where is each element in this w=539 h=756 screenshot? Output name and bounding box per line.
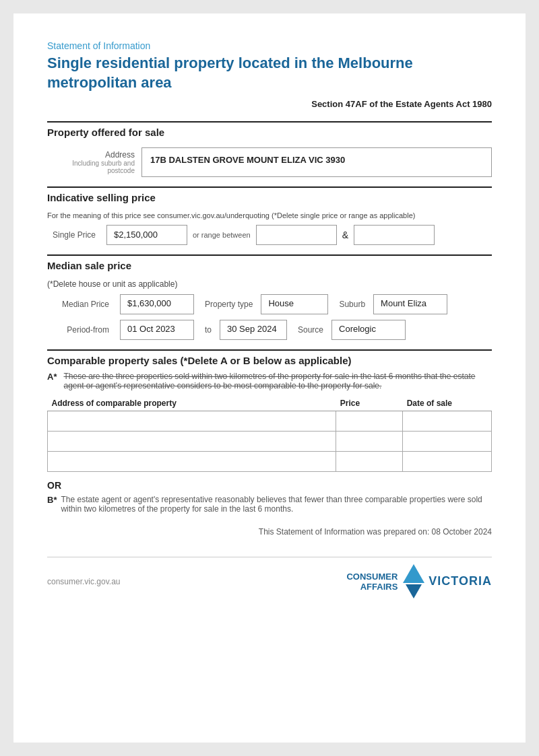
page: Statement of Information Single resident… bbox=[13, 13, 526, 743]
property-type-value: House bbox=[261, 294, 328, 314]
logo-triangles bbox=[403, 564, 424, 598]
logo-consumer: CONSUMER bbox=[346, 572, 398, 582]
source-label: Source bbox=[298, 325, 323, 335]
comp-a-label: A* bbox=[47, 372, 57, 382]
comp-date-3 bbox=[403, 452, 492, 472]
period-from-value: 01 Oct 2023 bbox=[120, 320, 194, 340]
main-title: Single residential property located in t… bbox=[47, 54, 492, 92]
suburb-value: Mount Eliza bbox=[373, 294, 447, 314]
median-row-1: Median Price $1,630,000 Property type Ho… bbox=[47, 294, 492, 314]
col-header-price: Price bbox=[336, 396, 403, 411]
table-row bbox=[48, 432, 492, 452]
table-row bbox=[48, 411, 492, 432]
range-value-1 bbox=[256, 225, 337, 245]
comp-price-1 bbox=[336, 411, 403, 432]
triangle-up-icon bbox=[403, 564, 424, 583]
range-value-2 bbox=[354, 225, 435, 245]
property-section-heading: Property offered for sale bbox=[47, 121, 492, 138]
logo-affairs: AFFAIRS bbox=[360, 582, 398, 592]
comp-address-1 bbox=[48, 411, 336, 432]
median-row-2: Period-from 01 Oct 2023 to 30 Sep 2024 S… bbox=[47, 320, 492, 340]
comp-b-label: B* bbox=[47, 495, 57, 505]
col-header-date: Date of sale bbox=[403, 396, 492, 411]
or-label: OR bbox=[47, 480, 492, 491]
median-price-heading: Median sale price bbox=[47, 254, 492, 271]
period-from-label: Period-from bbox=[47, 325, 115, 335]
address-label: Address Including suburb and postcode bbox=[47, 150, 141, 174]
address-row: Address Including suburb and postcode 17… bbox=[47, 147, 492, 177]
single-price-value: $2,150,000 bbox=[106, 225, 187, 245]
col-header-address: Address of comparable property bbox=[48, 396, 336, 411]
logo-left-text: CONSUMER AFFAIRS bbox=[346, 572, 398, 592]
prepared-line: This Statement of Information was prepar… bbox=[47, 527, 492, 537]
period-to-value: 30 Sep 2024 bbox=[220, 320, 287, 340]
footer-url: consumer.vic.gov.au bbox=[47, 577, 121, 586]
single-price-label: Single Price bbox=[47, 230, 101, 240]
to-label: to bbox=[205, 325, 212, 335]
comp-address-2 bbox=[48, 432, 336, 452]
footer: consumer.vic.gov.au CONSUMER AFFAIRS VIC… bbox=[47, 557, 492, 598]
comp-address-3 bbox=[48, 452, 336, 472]
comp-a-text: These are the three properties sold with… bbox=[63, 372, 492, 390]
property-type-label: Property type bbox=[205, 300, 253, 309]
median-price-note: (*Delete house or unit as applicable) bbox=[47, 279, 492, 289]
comp-b-row: B* The estate agent or agent's represent… bbox=[47, 495, 492, 514]
comp-date-2 bbox=[403, 432, 492, 452]
median-price-value: $1,630,000 bbox=[120, 294, 194, 314]
comparable-table: Address of comparable property Price Dat… bbox=[47, 396, 492, 472]
comparable-heading: Comparable property sales (*Delete A or … bbox=[47, 349, 492, 366]
triangle-down-icon bbox=[406, 584, 422, 598]
section-ref: Section 47AF of the Estate Agents Act 19… bbox=[47, 99, 492, 109]
address-value: 17B DALSTEN GROVE MOUNT ELIZA VIC 3930 bbox=[141, 147, 492, 177]
median-price-label: Median Price bbox=[47, 300, 115, 309]
indicative-price-heading: Indicative selling price bbox=[47, 186, 492, 203]
logo-victoria: VICTORIA bbox=[429, 574, 492, 588]
table-row bbox=[48, 452, 492, 472]
or-range-label: or range between bbox=[193, 231, 251, 240]
suburb-label: Suburb bbox=[339, 300, 365, 309]
price-row: Single Price $2,150,000 or range between… bbox=[47, 225, 492, 245]
indicative-price-note: For the meaning of this price see consum… bbox=[47, 211, 492, 219]
comp-b-text: The estate agent or agent's representati… bbox=[61, 495, 492, 514]
comp-a-row: A* These are the three properties sold w… bbox=[47, 372, 492, 390]
comp-price-3 bbox=[336, 452, 403, 472]
comp-price-2 bbox=[336, 432, 403, 452]
source-value: Corelogic bbox=[331, 320, 406, 340]
comp-date-1 bbox=[403, 411, 492, 432]
soi-label: Statement of Information bbox=[47, 40, 492, 51]
ampersand: & bbox=[342, 230, 348, 240]
logo: CONSUMER AFFAIRS VICTORIA bbox=[346, 564, 492, 598]
